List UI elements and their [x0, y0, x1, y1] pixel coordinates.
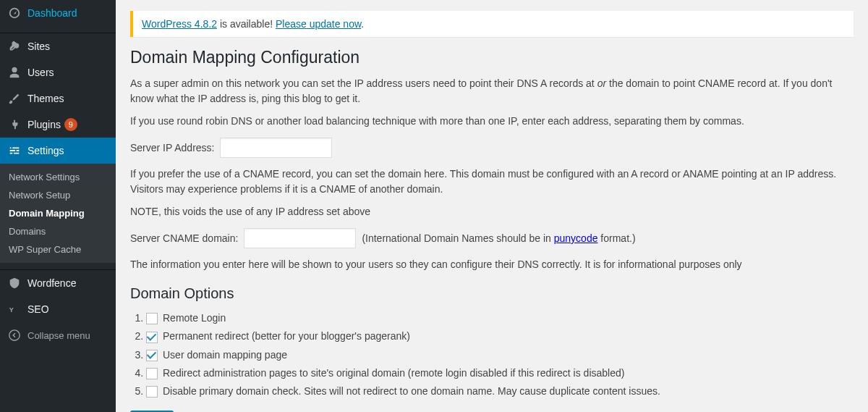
- round-robin-info: If you use round robin DNS or another lo…: [130, 114, 854, 129]
- wp-version-link[interactable]: WordPress 4.8.2: [142, 18, 217, 30]
- network-icon: [7, 39, 22, 54]
- option-checkbox-5[interactable]: [146, 386, 158, 398]
- sidebar-item-dashboard[interactable]: Dashboard: [0, 0, 116, 26]
- notice-text: is available!: [217, 18, 276, 30]
- submenu-network-setup[interactable]: Network Setup: [0, 186, 116, 204]
- collapse-label: Collapse menu: [27, 330, 90, 341]
- page-title: Domain Mapping Configuration: [130, 48, 854, 67]
- server-cname-label: Server CNAME domain:: [130, 232, 238, 244]
- option-checkbox-3[interactable]: [146, 350, 158, 361]
- cname-hint: (International Domain Names should be in…: [362, 232, 635, 244]
- server-ip-input[interactable]: [220, 138, 332, 158]
- option-label: User domain mapping page: [163, 349, 287, 361]
- sidebar-item-label: Settings: [27, 145, 64, 156]
- main-content: WordPress 4.8.2 is available! Please upd…: [116, 0, 868, 412]
- option-remote-login: Remote Login: [146, 309, 854, 327]
- option-checkbox-4[interactable]: [146, 368, 158, 379]
- cname-info: If you prefer the use of a CNAME record,…: [130, 167, 854, 197]
- sidebar-item-label: Users: [27, 67, 54, 78]
- submenu-domain-mapping[interactable]: Domain Mapping: [0, 204, 116, 222]
- option-checkbox-1[interactable]: [146, 313, 158, 324]
- option-redirect-admin: Redirect administration pages to site's …: [146, 364, 854, 382]
- server-ip-row: Server IP Address:: [130, 138, 854, 158]
- submenu-network-settings[interactable]: Network Settings: [0, 168, 116, 186]
- cname-hint-a: (International Domain Names should be in: [362, 232, 553, 244]
- sidebar-item-sites[interactable]: Sites: [0, 33, 116, 59]
- domain-options-title: Domain Options: [130, 285, 854, 302]
- option-label: Redirect administration pages to site's …: [163, 367, 624, 379]
- info-line: The information you enter here will be s…: [130, 257, 854, 272]
- intro-paragraph: As a super admin on this network you can…: [130, 76, 854, 106]
- punycode-link[interactable]: punycode: [554, 232, 598, 244]
- option-disable-primary-check: Disable primary domain check. Sites will…: [146, 382, 854, 400]
- collapse-icon: [7, 328, 22, 342]
- server-cname-row: Server CNAME domain: (International Doma…: [130, 228, 854, 248]
- plugins-badge: 9: [64, 118, 77, 131]
- update-notice: WordPress 4.8.2 is available! Please upd…: [130, 11, 854, 37]
- server-ip-label: Server IP Address:: [130, 142, 214, 154]
- sidebar-item-wordfence[interactable]: Wordfence: [0, 270, 116, 296]
- admin-sidebar: Dashboard Sites Users Themes Plugins 9 S…: [0, 0, 116, 412]
- option-label: Disable primary domain check. Sites will…: [163, 385, 660, 397]
- cname-hint-b: format.): [597, 232, 635, 244]
- collapse-menu[interactable]: Collapse menu: [0, 322, 116, 348]
- submenu-domains[interactable]: Domains: [0, 222, 116, 240]
- plug-icon: [7, 117, 22, 132]
- sidebar-item-label: Sites: [27, 41, 50, 52]
- sidebar-item-users[interactable]: Users: [0, 59, 116, 85]
- option-label: Permanent redirect (better for your blog…: [163, 330, 410, 342]
- server-cname-input[interactable]: [244, 228, 356, 248]
- svg-point-1: [9, 330, 20, 340]
- svg-text:Y: Y: [9, 306, 14, 314]
- sidebar-item-themes[interactable]: Themes: [0, 85, 116, 112]
- option-label: Remote Login: [163, 312, 226, 324]
- sidebar-item-label: SEO: [27, 303, 49, 315]
- sidebar-item-settings[interactable]: Settings: [0, 138, 116, 164]
- shield-icon: [7, 276, 22, 290]
- domain-options-list: Remote Login Permanent redirect (better …: [146, 309, 854, 400]
- seo-icon: Y: [7, 302, 22, 316]
- sidebar-item-plugins[interactable]: Plugins 9: [0, 112, 116, 138]
- intro-or: or: [597, 77, 606, 89]
- sidebar-item-label: Plugins: [27, 119, 61, 130]
- option-permanent-redirect: Permanent redirect (better for your blog…: [146, 327, 854, 345]
- option-checkbox-2[interactable]: [146, 332, 158, 343]
- sidebar-item-label: Wordfence: [27, 277, 76, 289]
- sliders-icon: [7, 143, 22, 158]
- update-now-link[interactable]: Please update now: [276, 18, 361, 30]
- sidebar-item-label: Themes: [27, 93, 64, 104]
- intro-text-a: As a super admin on this network you can…: [130, 77, 597, 89]
- brush-icon: [7, 91, 22, 106]
- cname-note: NOTE, this voids the use of any IP addre…: [130, 204, 854, 219]
- sidebar-item-label: Dashboard: [27, 7, 77, 19]
- notice-end: .: [361, 18, 364, 30]
- settings-submenu: Network Settings Network Setup Domain Ma…: [0, 164, 116, 263]
- dashboard-icon: [7, 6, 22, 20]
- submenu-wp-super-cache[interactable]: WP Super Cache: [0, 240, 116, 258]
- sidebar-item-seo[interactable]: Y SEO: [0, 296, 116, 322]
- option-user-domain-mapping: User domain mapping page: [146, 346, 854, 364]
- user-icon: [7, 65, 22, 80]
